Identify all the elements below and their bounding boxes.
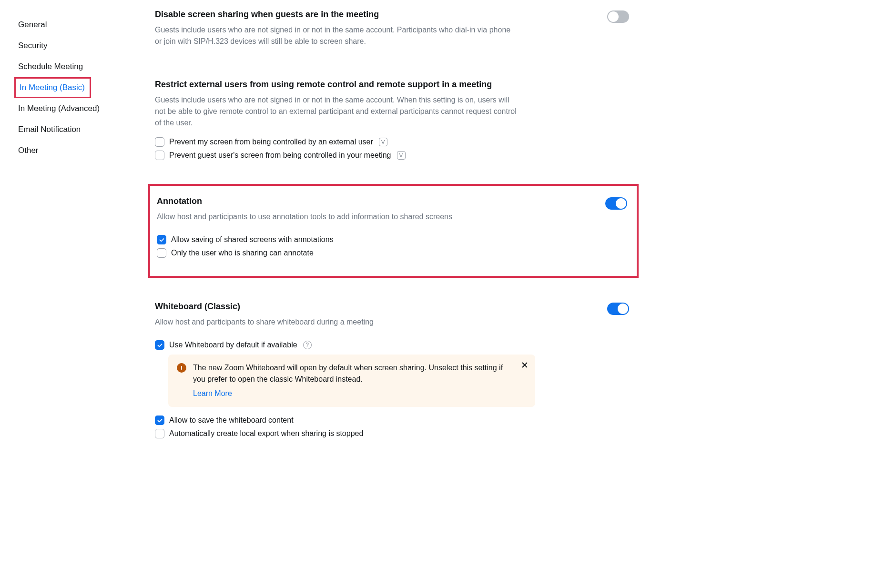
sidebar-item-in-meeting-basic[interactable]: In Meeting (Basic) bbox=[20, 83, 85, 92]
sidebar-item-general[interactable]: General bbox=[18, 14, 138, 35]
settings-sidebar: General Security Schedule Meeting In Mee… bbox=[0, 0, 138, 481]
toggle-whiteboard[interactable] bbox=[607, 303, 629, 315]
checkbox-auto-local-export[interactable] bbox=[155, 429, 164, 438]
setting-description: Guests include users who are not signed … bbox=[155, 24, 517, 47]
checkbox-allow-save-annotations[interactable] bbox=[157, 235, 166, 244]
learn-more-link[interactable]: Learn More bbox=[193, 388, 232, 399]
option-label: Use Whiteboard by default if available bbox=[169, 341, 297, 349]
setting-title: Whiteboard (Classic) bbox=[155, 302, 374, 312]
close-icon[interactable] bbox=[521, 361, 529, 369]
option-prevent-guest-screen: Prevent guest user's screen from being c… bbox=[155, 151, 629, 160]
setting-title: Disable screen sharing when guests are i… bbox=[155, 10, 517, 20]
checkbox-allow-save-whiteboard[interactable] bbox=[155, 416, 164, 425]
section-whiteboard: Whiteboard (Classic) Allow host and part… bbox=[155, 302, 629, 438]
checkbox-prevent-guest-screen[interactable] bbox=[155, 151, 164, 160]
sidebar-item-schedule-meeting[interactable]: Schedule Meeting bbox=[18, 56, 138, 77]
settings-main: Disable screen sharing when guests are i… bbox=[138, 0, 662, 481]
sidebar-item-email-notification[interactable]: Email Notification bbox=[18, 119, 138, 140]
setting-title: Restrict external users from using remot… bbox=[155, 80, 629, 90]
sidebar-item-in-meeting-advanced[interactable]: In Meeting (Advanced) bbox=[18, 98, 138, 119]
info-badge-icon[interactable]: V bbox=[397, 151, 406, 160]
option-label: Only the user who is sharing can annotat… bbox=[171, 249, 314, 257]
toggle-disable-screen-sharing[interactable] bbox=[607, 10, 629, 23]
section-annotation: Annotation Allow host and participants t… bbox=[148, 184, 639, 278]
option-label: Allow to save the whiteboard content bbox=[169, 416, 294, 425]
checkbox-prevent-my-screen[interactable] bbox=[155, 137, 164, 147]
help-icon[interactable]: ? bbox=[303, 341, 312, 349]
section-disable-screen-sharing: Disable screen sharing when guests are i… bbox=[155, 10, 629, 56]
option-label: Prevent guest user's screen from being c… bbox=[169, 151, 391, 160]
option-use-whiteboard-default: Use Whiteboard by default if available ? bbox=[155, 340, 629, 350]
option-label: Prevent my screen from being controlled … bbox=[169, 138, 373, 146]
option-allow-save-annotations: Allow saving of shared screens with anno… bbox=[157, 235, 627, 244]
info-badge-icon[interactable]: V bbox=[379, 138, 387, 146]
toggle-annotation[interactable] bbox=[605, 197, 627, 210]
option-prevent-my-screen: Prevent my screen from being controlled … bbox=[155, 137, 629, 147]
whiteboard-notice: ! The new Zoom Whiteboard will open by d… bbox=[168, 355, 535, 407]
setting-description: Allow host and participants to share whi… bbox=[155, 316, 374, 328]
sidebar-highlight-in-meeting-basic: In Meeting (Basic) bbox=[14, 77, 91, 98]
alert-icon: ! bbox=[177, 363, 186, 373]
setting-title: Annotation bbox=[157, 196, 452, 206]
notice-text: The new Zoom Whiteboard will open by def… bbox=[193, 364, 503, 383]
option-label: Allow saving of shared screens with anno… bbox=[171, 235, 334, 244]
setting-description: Guests include users who are not signed … bbox=[155, 94, 517, 129]
section-restrict-remote-control: Restrict external users from using remot… bbox=[155, 80, 629, 160]
setting-description: Allow host and participants to use annot… bbox=[157, 211, 452, 223]
sidebar-item-security[interactable]: Security bbox=[18, 35, 138, 56]
option-auto-local-export: Automatically create local export when s… bbox=[155, 429, 629, 438]
sidebar-item-other[interactable]: Other bbox=[18, 140, 138, 161]
option-only-sharer-annotate: Only the user who is sharing can annotat… bbox=[157, 248, 627, 258]
checkbox-only-sharer-annotate[interactable] bbox=[157, 248, 166, 258]
option-label: Automatically create local export when s… bbox=[169, 429, 363, 438]
option-allow-save-whiteboard: Allow to save the whiteboard content bbox=[155, 416, 629, 425]
checkbox-use-whiteboard-default[interactable] bbox=[155, 340, 164, 350]
